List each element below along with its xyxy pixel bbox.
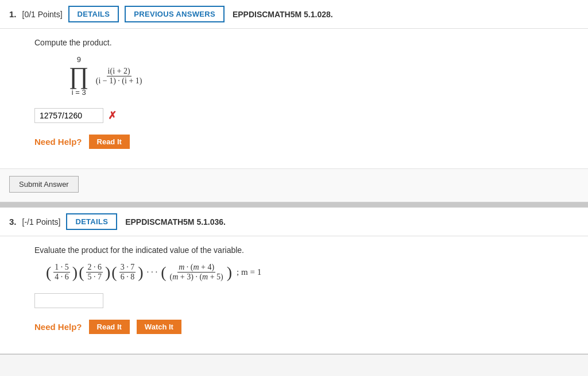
question-1-number: 1.: [9, 9, 17, 19]
product-symbol: ∏: [69, 64, 89, 88]
frac-4-num: m · (m + 4): [177, 263, 215, 273]
watch-it-button-3[interactable]: Watch It: [137, 320, 181, 334]
frac-4: m · (m + 4) (m + 3) · (m + 5): [169, 263, 225, 282]
read-it-button-3[interactable]: Read It: [89, 320, 130, 334]
close-paren-4: ): [227, 264, 232, 281]
frac-4-den: (m + 3) · (m + 5): [169, 273, 225, 282]
fraction-numerator-1: i(i + 2): [107, 67, 131, 76]
ellipsis: · · ·: [146, 267, 157, 277]
problem-code-3: EPPDISCMATH5M 5.1.036.: [125, 217, 226, 227]
variable-condition: ; m = 1: [237, 267, 261, 277]
question-3-block: 3. [-/1 Points] DETAILS EPPDISCMATH5M 5.…: [0, 208, 588, 355]
close-paren-2: ): [105, 264, 110, 281]
open-paren-2: (: [79, 264, 84, 281]
fraction-denominator-1: (i − 1) · (i + 1): [95, 76, 144, 86]
previous-answers-button-1[interactable]: PREVIOUS ANSWERS: [125, 6, 225, 22]
question-1-body: Compute the product. 9 ∏ i = 3 i(i + 2) …: [0, 29, 588, 168]
product-fraction: i(i + 2) (i − 1) · (i + 1): [95, 67, 144, 86]
question-3-body: Evaluate the product for the indicated v…: [0, 236, 588, 354]
frac-3-den: 6 · 8: [119, 273, 136, 282]
frac-2-num: 2 · 6: [86, 263, 103, 273]
question-1-points: [0/1 Points]: [22, 10, 63, 19]
problem-code-1: EPPDISCMATH5M 5.1.028.: [233, 10, 333, 19]
frac-2: 2 · 6 5 · 7: [86, 263, 103, 282]
frac-2-den: 5 · 7: [86, 273, 103, 282]
submit-answer-button-1[interactable]: Submit Answer: [9, 176, 79, 193]
product-formula-1: 9 ∏ i = 3 i(i + 2) (i − 1) · (i + 1): [69, 55, 554, 97]
question-3-instruction: Evaluate the product for the indicated v…: [34, 245, 554, 255]
frac-3-num: 3 · 7: [119, 263, 136, 273]
answer-row-1: ✗: [34, 108, 554, 123]
details-button-3[interactable]: DETAILS: [66, 213, 117, 230]
need-help-label-1: Need Help?: [34, 137, 82, 147]
details-button-1[interactable]: DETAILS: [68, 6, 119, 22]
question-1-instruction: Compute the product.: [34, 38, 554, 47]
need-help-row-3: Need Help? Read It Watch It: [34, 320, 554, 334]
product-lower: i = 3: [72, 88, 86, 97]
submit-row-1: Submit Answer: [0, 168, 588, 202]
answer-input-3[interactable]: [34, 293, 103, 308]
frac-3: 3 · 7 6 · 8: [119, 263, 136, 282]
question-3-number: 3.: [9, 217, 17, 227]
answer-row-3: [34, 293, 554, 308]
read-it-button-1[interactable]: Read It: [89, 135, 130, 149]
need-help-row-1: Need Help? Read It: [34, 135, 554, 149]
open-paren-3: (: [111, 264, 117, 281]
close-paren-1: ): [72, 264, 78, 281]
open-paren-1: (: [46, 264, 51, 281]
open-paren-4: (: [161, 264, 166, 281]
product-notation: 9 ∏ i = 3: [69, 55, 89, 97]
need-help-label-3: Need Help?: [34, 322, 82, 332]
question-3-header: 3. [-/1 Points] DETAILS EPPDISCMATH5M 5.…: [0, 208, 588, 236]
question-3-points: [-/1 Points]: [22, 217, 61, 227]
question-1-header: 1. [0/1 Points] DETAILS PREVIOUS ANSWERS…: [0, 0, 588, 29]
wrong-icon-1: ✗: [108, 109, 117, 122]
frac-1: 1 · 5 4 · 6: [53, 263, 70, 282]
question-1-block: 1. [0/1 Points] DETAILS PREVIOUS ANSWERS…: [0, 0, 588, 203]
product-formula-3: ( 1 · 5 4 · 6 ) ( 2 · 6 5 · 7 ) ( 3 · 7 …: [46, 263, 554, 282]
answer-input-1[interactable]: [34, 108, 103, 123]
close-paren-3: ): [138, 264, 143, 281]
frac-1-den: 4 · 6: [53, 273, 70, 282]
frac-1-num: 1 · 5: [53, 263, 70, 273]
section-separator: [0, 203, 588, 208]
